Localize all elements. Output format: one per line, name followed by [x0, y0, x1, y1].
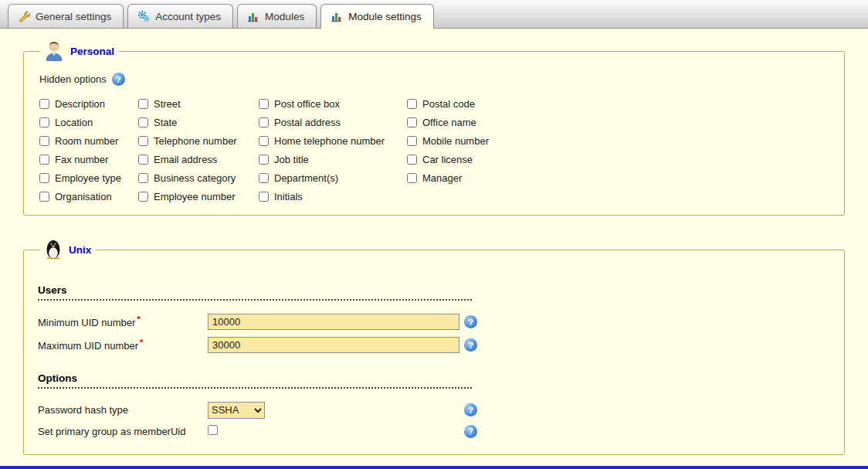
tab-module-settings[interactable]: Module settings — [320, 4, 434, 29]
hidden-option-item[interactable]: Job title — [259, 154, 407, 165]
hidden-option-checkbox[interactable] — [138, 99, 148, 109]
hidden-option-label: Department(s) — [274, 172, 338, 184]
hidden-option-item[interactable]: Manager — [407, 172, 592, 184]
hidden-option-item[interactable]: State — [138, 117, 259, 128]
hidden-option-label: Initials — [274, 191, 303, 202]
hidden-option-item[interactable]: Business category — [138, 172, 259, 184]
hidden-option-checkbox[interactable] — [407, 99, 417, 109]
help-icon[interactable] — [464, 425, 477, 438]
member-uid-row: Set primary group as memberUid — [38, 423, 830, 440]
help-icon[interactable] — [112, 73, 125, 86]
hidden-option-item[interactable]: Email address — [138, 154, 259, 165]
hidden-option-item[interactable]: Street — [138, 98, 259, 110]
password-hash-label: Password hash type — [38, 404, 208, 416]
hidden-option-checkbox[interactable] — [407, 155, 417, 165]
hidden-option-item[interactable]: Organisation — [39, 191, 138, 202]
hidden-option-item[interactable]: Home telephone number — [259, 135, 407, 147]
hidden-option-item[interactable]: Car license — [407, 154, 592, 165]
tab-account-types[interactable]: Account types — [127, 4, 233, 28]
min-uid-input[interactable] — [208, 314, 459, 330]
hidden-option-label: Home telephone number — [274, 135, 385, 147]
hidden-option-checkbox[interactable] — [39, 99, 49, 109]
hidden-option-label: Business category — [154, 172, 236, 184]
member-uid-checkbox[interactable] — [208, 425, 218, 435]
hidden-option-item[interactable]: Fax number — [39, 154, 138, 165]
hidden-option-checkbox[interactable] — [138, 192, 148, 202]
users-section-header: Users — [38, 284, 472, 301]
hidden-options-grid: Description Street Post office box — [39, 98, 830, 202]
max-uid-input[interactable] — [208, 337, 459, 353]
hidden-option-checkbox[interactable] — [259, 192, 269, 202]
modules-icon — [247, 10, 259, 22]
unix-fieldset: Unix Users Minimum UID number* Maximum U… — [23, 237, 845, 455]
hidden-option-label: Employee number — [154, 191, 236, 202]
modules-icon — [331, 10, 343, 22]
hidden-option-checkbox[interactable] — [138, 155, 148, 165]
hidden-option-item[interactable]: Post office box — [259, 98, 407, 110]
help-icon[interactable] — [464, 315, 477, 328]
hidden-option-checkbox[interactable] — [259, 173, 269, 183]
hidden-option-checkbox[interactable] — [259, 99, 269, 109]
hidden-option-checkbox[interactable] — [39, 173, 49, 183]
hidden-option-checkbox[interactable] — [138, 136, 148, 146]
person-icon — [44, 39, 64, 63]
hidden-option-checkbox[interactable] — [39, 155, 49, 165]
tux-penguin-icon — [44, 237, 63, 263]
hidden-option-checkbox[interactable] — [138, 173, 148, 183]
hidden-option-checkbox[interactable] — [407, 173, 417, 183]
help-icon[interactable] — [464, 338, 477, 352]
required-marker: * — [137, 314, 140, 324]
hidden-option-label: Location — [55, 117, 93, 128]
hidden-option-item[interactable]: Location — [39, 117, 138, 128]
hidden-option-label: Office name — [422, 117, 476, 128]
bottom-divider — [0, 466, 868, 469]
hidden-option-item[interactable]: Postal address — [259, 117, 407, 128]
unix-legend-label: Unix — [69, 244, 91, 256]
hidden-option-label: Postal code — [422, 98, 475, 110]
personal-legend: Personal — [39, 39, 119, 63]
hidden-option-item[interactable]: Mobile number — [407, 135, 592, 147]
unix-legend: Unix — [39, 237, 96, 263]
hidden-options-row: Hidden options — [39, 73, 830, 86]
wrench-icon — [18, 10, 30, 22]
hidden-option-checkbox[interactable] — [39, 117, 49, 127]
tab-label: Modules — [265, 11, 304, 22]
hidden-option-item[interactable]: Employee type — [39, 172, 138, 184]
hidden-option-checkbox[interactable] — [259, 155, 269, 165]
settings-tabbar: General settings Account types — [0, 0, 868, 29]
min-uid-label: Minimum UID number* — [38, 314, 208, 328]
hidden-option-checkbox[interactable] — [39, 136, 49, 146]
hidden-option-checkbox[interactable] — [138, 117, 148, 127]
gears-icon — [137, 10, 150, 22]
personal-fieldset: Personal Hidden options Description Stre… — [23, 39, 845, 216]
hidden-option-item[interactable]: Employee number — [138, 191, 259, 202]
tab-modules[interactable]: Modules — [237, 4, 317, 28]
min-uid-row: Minimum UID number* — [38, 311, 830, 332]
password-hash-row: Password hash type SSHA — [38, 399, 830, 420]
password-hash-select[interactable]: SSHA — [208, 402, 265, 419]
hidden-option-label: Description — [55, 98, 105, 110]
hidden-option-label: Manager — [422, 172, 462, 184]
hidden-option-label: Employee type — [55, 172, 121, 184]
hidden-option-item[interactable]: Department(s) — [259, 172, 407, 184]
hidden-option-label: State — [154, 117, 177, 128]
hidden-option-item[interactable]: Initials — [259, 191, 407, 202]
tab-general-settings[interactable]: General settings — [8, 4, 124, 28]
hidden-option-label: Job title — [274, 154, 309, 165]
hidden-option-item[interactable]: Office name — [407, 117, 592, 128]
hidden-option-checkbox[interactable] — [259, 136, 269, 146]
hidden-option-label: Organisation — [55, 191, 112, 202]
hidden-option-item[interactable]: Description — [39, 98, 138, 110]
hidden-option-label: Postal address — [274, 117, 341, 128]
required-marker: * — [140, 338, 143, 347]
hidden-option-item[interactable]: Room number — [39, 135, 138, 147]
max-uid-label: Maximum UID number* — [38, 338, 208, 352]
hidden-option-item[interactable]: Telephone number — [138, 135, 259, 147]
help-icon[interactable] — [464, 403, 477, 416]
hidden-option-checkbox[interactable] — [39, 192, 49, 202]
hidden-option-item[interactable]: Postal code — [407, 98, 592, 110]
hidden-option-checkbox[interactable] — [407, 117, 417, 127]
hidden-option-checkbox[interactable] — [407, 136, 417, 146]
tab-label: Module settings — [348, 11, 422, 22]
hidden-option-checkbox[interactable] — [259, 117, 269, 127]
